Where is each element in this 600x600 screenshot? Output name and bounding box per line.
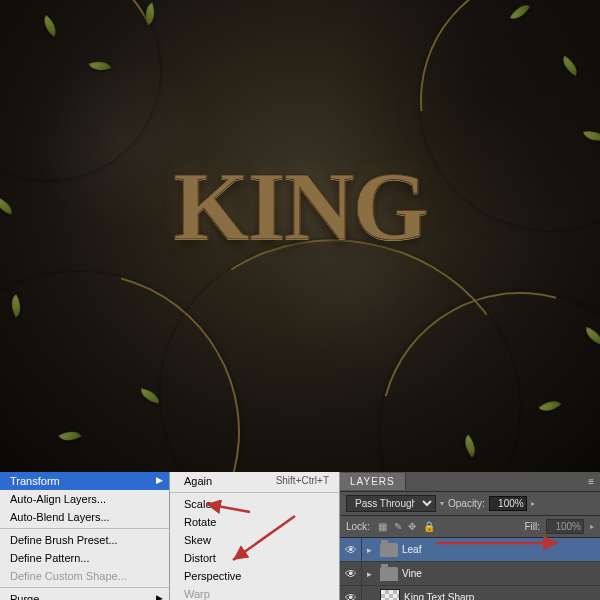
visibility-toggle[interactable]: 👁	[340, 586, 362, 600]
menu-item-label: Auto-Blend Layers...	[10, 511, 110, 523]
menu-item-label: Purge	[10, 593, 39, 600]
menu-item-label: Rotate	[184, 516, 216, 528]
tab-layers[interactable]: LAYERS	[340, 473, 406, 490]
menu-item-label: Scale	[184, 498, 212, 510]
lock-all-icon[interactable]: 🔒	[423, 521, 435, 532]
opacity-input[interactable]	[489, 496, 527, 511]
folder-icon	[380, 567, 398, 581]
menu-item-label: Define Brush Preset...	[10, 534, 118, 546]
menu-separator	[0, 587, 169, 588]
menu-item-define-brush[interactable]: Define Brush Preset...	[0, 531, 169, 549]
menu-item-define-pattern[interactable]: Define Pattern...	[0, 549, 169, 567]
menu-item-perspective[interactable]: Perspective	[170, 567, 339, 585]
menu-item-rotate[interactable]: Rotate	[170, 513, 339, 531]
lock-label: Lock:	[346, 521, 370, 532]
submenu-arrow-icon: ▶	[156, 475, 163, 485]
menu-item-purge[interactable]: Purge ▶	[0, 590, 169, 600]
lock-position-icon[interactable]: ✥	[408, 521, 416, 532]
layer-name: Leaf	[402, 544, 421, 555]
menu-item-define-shape: Define Custom Shape...	[0, 567, 169, 585]
menu-item-distort[interactable]: Distort	[170, 549, 339, 567]
lock-icons-group: ▦ ✎ ✥ 🔒	[376, 521, 437, 532]
menu-separator	[0, 528, 169, 529]
menu-item-auto-align[interactable]: Auto-Align Layers...	[0, 490, 169, 508]
menu-item-transform[interactable]: Transform ▶	[0, 472, 169, 490]
panel-menu-icon[interactable]: ≡	[582, 476, 600, 487]
blend-mode-select[interactable]: Pass Through	[346, 495, 436, 512]
disclosure-triangle-icon[interactable]: ▸	[362, 545, 376, 555]
disclosure-triangle-icon[interactable]: ▸	[362, 569, 376, 579]
artwork-title-text: KING	[0, 150, 600, 262]
menu-item-scale[interactable]: Scale	[170, 495, 339, 513]
menu-item-again[interactable]: Again Shift+Ctrl+T	[170, 472, 339, 490]
chevron-right-icon[interactable]: ▸	[531, 499, 535, 508]
menu-separator	[170, 492, 339, 493]
edit-menu: Transform ▶ Auto-Align Layers... Auto-Bl…	[0, 472, 170, 600]
fill-label: Fill:	[524, 521, 540, 532]
layer-row-leaf[interactable]: 👁 ▸ Leaf	[340, 538, 600, 562]
menu-item-warp: Warp	[170, 585, 339, 600]
layer-row-king-text[interactable]: 👁 King Text Sharp	[340, 586, 600, 600]
submenu-arrow-icon: ▶	[156, 593, 163, 600]
layer-row-vine[interactable]: 👁 ▸ Vine	[340, 562, 600, 586]
menu-item-label: Define Pattern...	[10, 552, 90, 564]
visibility-toggle[interactable]: 👁	[340, 538, 362, 561]
layers-options-row: Pass Through ▾ Opacity: ▸	[340, 492, 600, 516]
layer-name: Vine	[402, 568, 422, 579]
transform-submenu: Again Shift+Ctrl+T Scale Rotate Skew Dis…	[170, 472, 340, 600]
menu-item-label: Define Custom Shape...	[10, 570, 127, 582]
layer-list: 👁 ▸ Leaf 👁 ▸ Vine 👁 King Text Sharp	[340, 538, 600, 600]
keyboard-shortcut: Shift+Ctrl+T	[276, 475, 329, 486]
lock-row: Lock: ▦ ✎ ✥ 🔒 Fill: ▸	[340, 516, 600, 538]
lock-pixels-icon[interactable]: ✎	[394, 521, 402, 532]
layer-name: King Text Sharp	[404, 592, 474, 600]
folder-icon	[380, 543, 398, 557]
menu-item-label: Again	[184, 475, 212, 487]
menu-item-label: Auto-Align Layers...	[10, 493, 106, 505]
menu-item-label: Warp	[184, 588, 210, 600]
visibility-toggle[interactable]: 👁	[340, 562, 362, 585]
opacity-label: Opacity:	[448, 498, 485, 509]
chevron-down-icon: ▾	[440, 499, 444, 508]
layer-thumbnail	[380, 589, 400, 601]
panel-tabs: LAYERS ≡	[340, 472, 600, 492]
chevron-right-icon: ▸	[590, 522, 594, 531]
lock-transparency-icon[interactable]: ▦	[378, 521, 387, 532]
menu-item-skew[interactable]: Skew	[170, 531, 339, 549]
document-canvas: KING	[0, 0, 600, 472]
menu-item-auto-blend[interactable]: Auto-Blend Layers...	[0, 508, 169, 526]
layers-panel: LAYERS ≡ Pass Through ▾ Opacity: ▸ Lock:…	[340, 472, 600, 600]
menu-item-label: Skew	[184, 534, 211, 546]
menu-item-label: Perspective	[184, 570, 241, 582]
menu-item-label: Transform	[10, 475, 60, 487]
fill-input	[546, 519, 584, 534]
menu-item-label: Distort	[184, 552, 216, 564]
